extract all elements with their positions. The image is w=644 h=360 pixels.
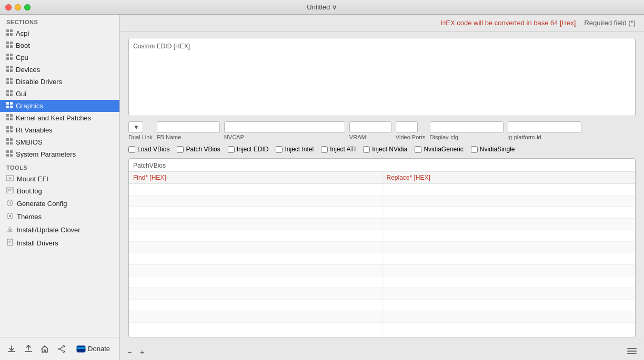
home-button[interactable]: [38, 341, 53, 357]
add-row-button[interactable]: +: [137, 347, 147, 357]
ig-platform-input[interactable]: [508, 121, 581, 133]
close-button[interactable]: [5, 4, 12, 11]
replace-cell[interactable]: [383, 242, 636, 253]
replace-cell[interactable]: [383, 323, 636, 334]
sidebar-item-kernel-kext[interactable]: Kernel and Kext Patches: [0, 112, 119, 124]
mount-efi-icon: [6, 175, 14, 183]
replace-cell[interactable]: [383, 300, 636, 311]
find-cell[interactable]: [129, 311, 383, 322]
grid-icon: [6, 66, 13, 74]
custom-edid-input[interactable]: [133, 52, 631, 110]
replace-cell[interactable]: [383, 207, 636, 218]
svg-rect-15: [10, 69, 13, 72]
svg-rect-2: [6, 33, 9, 36]
checkbox-nvidia-generic[interactable]: NvidiaGeneric: [415, 146, 463, 153]
find-cell[interactable]: [129, 242, 383, 253]
table-row: [129, 242, 635, 253]
replace-cell[interactable]: [383, 184, 636, 195]
display-cfg-input[interactable]: [430, 121, 504, 133]
checkbox-inject-edid[interactable]: Inject EDID: [228, 146, 269, 153]
content-menu-icon[interactable]: [624, 346, 640, 358]
svg-rect-21: [10, 90, 13, 92]
replace-cell[interactable]: [383, 196, 636, 207]
minimize-button[interactable]: [15, 4, 21, 11]
inject-ati-label: Inject ATI: [330, 146, 356, 153]
display-cfg-label: Display-cfg: [430, 134, 458, 140]
replace-cell[interactable]: [383, 311, 636, 322]
sidebar-item-gui[interactable]: Gui: [0, 88, 119, 100]
svg-rect-43: [10, 154, 13, 157]
find-cell[interactable]: [129, 300, 383, 311]
load-vbios-checkbox[interactable]: [128, 146, 135, 153]
svg-rect-18: [6, 81, 9, 84]
window-controls: [5, 4, 31, 11]
fb-name-input[interactable]: [157, 121, 220, 133]
sidebar-item-acpi[interactable]: Acpi: [0, 27, 119, 39]
themes-icon: [6, 212, 14, 221]
replace-cell[interactable]: [383, 253, 636, 264]
sidebar-item-generate-config[interactable]: Generate Config: [0, 197, 119, 210]
grid-icon: [6, 126, 13, 134]
sidebar-tool-label: Boot.log: [17, 187, 42, 195]
sidebar-item-install-update[interactable]: Install/Update Clover: [0, 223, 119, 236]
donate-button[interactable]: Donate: [71, 343, 115, 355]
export-button[interactable]: [21, 341, 36, 357]
sidebar-item-boot-log[interactable]: Boot.log: [0, 185, 119, 197]
sidebar-item-themes[interactable]: Themes: [0, 210, 119, 223]
inject-ati-checkbox[interactable]: [321, 146, 328, 153]
checkbox-inject-ati[interactable]: Inject ATI: [321, 146, 356, 153]
sidebar-item-install-drivers[interactable]: Install Drivers: [0, 236, 119, 250]
checkbox-nvidia-single[interactable]: NvidiaSingle: [471, 146, 515, 153]
checkbox-load-vbios[interactable]: Load VBios: [128, 146, 169, 153]
remove-row-button[interactable]: −: [124, 347, 135, 357]
replace-cell[interactable]: [383, 265, 636, 276]
grid-icon: [6, 102, 13, 110]
replace-cell[interactable]: [383, 276, 636, 287]
sidebar-item-rt-variables[interactable]: Rt Variables: [0, 124, 119, 136]
sidebar-item-system-parameters[interactable]: System Parameters: [0, 148, 119, 160]
table-row: [129, 311, 635, 323]
find-cell[interactable]: [129, 323, 383, 334]
svg-rect-1: [10, 29, 13, 32]
inject-intel-checkbox[interactable]: [276, 146, 283, 153]
tools-label: TOOLS: [0, 160, 119, 173]
sidebar-item-boot[interactable]: Boot: [0, 39, 119, 52]
checkbox-inject-intel[interactable]: Inject Intel: [276, 146, 314, 153]
find-cell[interactable]: [129, 196, 383, 207]
sidebar-item-smbios[interactable]: SMBIOS: [0, 136, 119, 148]
sidebar-item-cpu[interactable]: Cpu: [0, 52, 119, 64]
video-ports-input[interactable]: [396, 121, 418, 133]
dual-link-button[interactable]: ▼: [128, 121, 143, 133]
sidebar-item-graphics[interactable]: Graphics: [0, 100, 119, 112]
vram-input[interactable]: [349, 121, 391, 133]
find-cell[interactable]: [129, 265, 383, 276]
grid-icon: [6, 114, 13, 122]
maximize-button[interactable]: [24, 4, 31, 11]
sidebar-item-devices[interactable]: Devices: [0, 64, 119, 76]
find-cell[interactable]: [129, 230, 383, 241]
checkbox-inject-nvidia[interactable]: Inject NVidia: [363, 146, 407, 153]
sidebar-item-disable-drivers[interactable]: Disable Drivers: [0, 76, 119, 88]
nvcap-input[interactable]: [224, 121, 345, 133]
patch-vbios-checkbox[interactable]: [177, 146, 184, 153]
checkbox-patch-vbios[interactable]: Patch VBios: [177, 146, 220, 153]
table-row: [129, 300, 635, 311]
inject-nvidia-checkbox[interactable]: [363, 146, 370, 153]
inject-edid-checkbox[interactable]: [228, 146, 235, 153]
find-cell[interactable]: [129, 219, 383, 230]
find-cell[interactable]: [129, 276, 383, 287]
sidebar-item-mount-efi[interactable]: Mount EFI: [0, 173, 119, 185]
find-cell[interactable]: [129, 184, 383, 195]
replace-cell[interactable]: [383, 288, 636, 299]
nvidia-single-checkbox[interactable]: [471, 146, 478, 153]
patch-vbios-label: Patch VBios: [186, 146, 220, 153]
svg-rect-27: [10, 106, 13, 108]
find-cell[interactable]: [129, 207, 383, 218]
replace-cell[interactable]: [383, 219, 636, 230]
import-button[interactable]: [4, 341, 19, 357]
find-cell[interactable]: [129, 288, 383, 299]
nvidia-generic-checkbox[interactable]: [415, 146, 421, 153]
share-button[interactable]: [54, 341, 69, 357]
replace-cell[interactable]: [383, 230, 636, 241]
find-cell[interactable]: [129, 253, 383, 264]
